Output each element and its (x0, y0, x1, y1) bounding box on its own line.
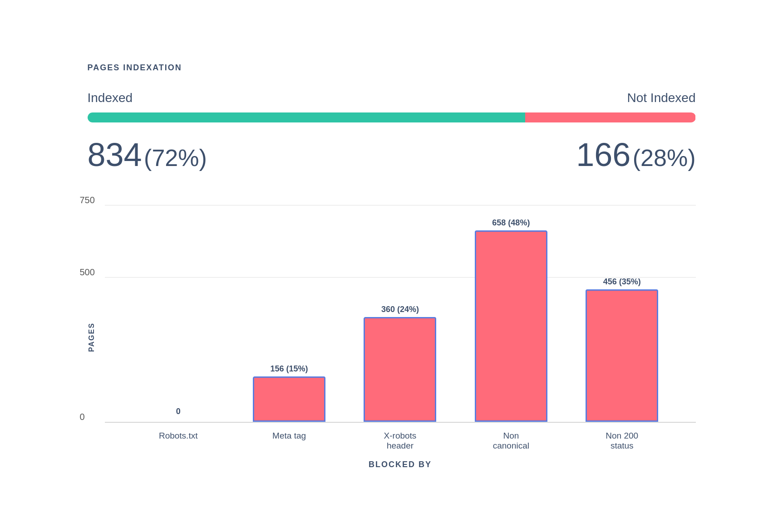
grid-line-0: 0 (105, 422, 696, 422)
chart-area: PAGES 750 500 0 0 (88, 205, 696, 469)
bar-group-canonical: 658 (48%) (475, 218, 547, 422)
indexed-stat: 834 (72%) (88, 136, 207, 173)
progress-green (88, 112, 526, 122)
bar-group-xrobots: 360 (24%) (364, 305, 436, 422)
bar-canonical (475, 230, 547, 422)
x-axis-title: BLOCKED BY (105, 460, 696, 469)
grid-label-500: 500 (80, 267, 95, 278)
bar-group-robots: 0 (142, 407, 215, 422)
chart-grid: 750 500 0 0 156 (15%) (105, 205, 696, 423)
section-title: PAGES INDEXATION (88, 63, 696, 73)
x-label-metatag: Meta tag (253, 431, 325, 451)
grid-label-0: 0 (80, 412, 85, 422)
indexed-label: Indexed (88, 91, 133, 105)
bar-metatag (253, 376, 325, 422)
bar-label-metatag: 156 (15%) (271, 364, 308, 374)
bar-xrobots (364, 317, 436, 422)
grid-label-750: 750 (80, 195, 95, 205)
stats-row: 834 (72%) 166 (28%) (88, 136, 696, 173)
not-indexed-label: Not Indexed (627, 91, 696, 105)
not-indexed-stat: 166 (28%) (576, 136, 695, 173)
progress-red (525, 112, 695, 122)
progress-bar (88, 112, 696, 122)
bar-label-non200: 456 (35%) (603, 277, 641, 287)
main-container: PAGES INDEXATION Indexed Not Indexed 834… (51, 36, 732, 497)
indexed-pct: (72%) (144, 145, 207, 171)
x-label-robots: Robots.txt (142, 431, 215, 451)
indexed-count: 834 (88, 137, 142, 173)
indexation-header: Indexed Not Indexed (88, 91, 696, 105)
bar-group-metatag: 156 (15%) (253, 364, 325, 422)
x-label-canonical: Noncanonical (475, 431, 547, 451)
bar-label-robots: 0 (176, 407, 181, 416)
bar-non200 (586, 289, 658, 422)
not-indexed-count: 166 (576, 137, 630, 173)
chart-inner: 750 500 0 0 156 (15%) (105, 205, 696, 469)
bar-group-non200: 456 (35%) (586, 277, 658, 422)
bars-container: 0 156 (15%) 360 (24%) 658 (105, 205, 696, 422)
x-label-xrobots: X-robotsheader (364, 431, 436, 451)
x-axis-labels: Robots.txt Meta tag X-robotsheader Nonca… (105, 423, 696, 451)
bar-robots (142, 419, 215, 422)
bar-label-canonical: 658 (48%) (492, 218, 530, 228)
bar-label-xrobots: 360 (24%) (381, 305, 419, 314)
x-label-non200: Non 200status (586, 431, 658, 451)
y-axis-label: PAGES (88, 205, 96, 469)
not-indexed-pct: (28%) (633, 145, 696, 171)
